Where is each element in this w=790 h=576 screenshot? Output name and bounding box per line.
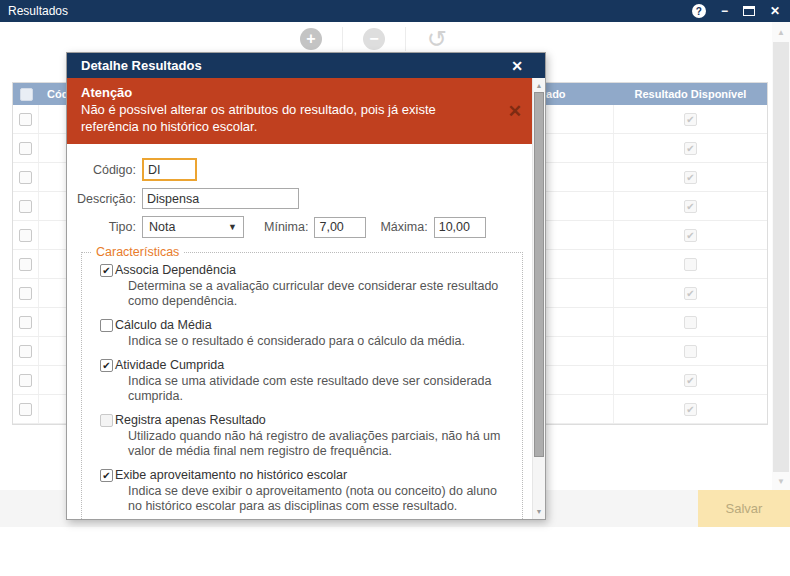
row-disponivel-checkbox — [684, 345, 697, 358]
minima-label: Mínima: — [264, 220, 314, 234]
chevron-down-icon: ▼ — [228, 222, 237, 232]
caracteristica-description: Indica se deve exibir o aproveitamento (… — [128, 484, 514, 514]
main-scrollbar[interactable]: ▲ ▼ — [772, 22, 790, 490]
dialog-scroll-up-icon[interactable]: ▲ — [533, 82, 545, 89]
dialog-scrollbar-thumb[interactable] — [534, 92, 544, 457]
minimize-icon[interactable]: − — [721, 5, 728, 17]
warning-message: Não é possível alterar os atributos do r… — [81, 101, 490, 135]
undo-icon[interactable]: ↺ — [426, 28, 448, 50]
caracteristica-row: ✔Associa Dependência — [100, 263, 514, 277]
remove-button[interactable]: − — [363, 28, 385, 50]
caracteristica-item: ✔Exibe aproveitamento no histórico escol… — [100, 468, 514, 514]
row-disponivel-checkbox: ✔ — [684, 171, 697, 184]
dialog-close-icon[interactable]: ✕ — [511, 58, 545, 74]
row-select-cell — [13, 308, 39, 336]
caracteristicas-legend: Características — [92, 245, 183, 259]
row-select-cell — [13, 366, 39, 394]
titlebar-icons: ? − ✕ — [692, 4, 790, 18]
app-window: Resultados ? − ✕ + − ↺ Código Resultado … — [0, 0, 790, 576]
row-disponivel-cell — [614, 308, 767, 336]
caracteristica-description: Determina se a avaliação curricular deve… — [128, 279, 514, 309]
codigo-label: Código: — [67, 163, 142, 177]
row-select-cell — [13, 105, 39, 133]
row-select-cell — [13, 337, 39, 365]
row-select-checkbox[interactable] — [19, 200, 32, 213]
caracteristica-checkbox[interactable]: ✔ — [100, 264, 113, 277]
caracteristica-row: ✔Atividade Cumprida — [100, 358, 514, 372]
row-select-checkbox[interactable] — [19, 287, 32, 300]
warning-close-icon[interactable]: ✕ — [508, 101, 522, 122]
row-disponivel-cell: ✔ — [614, 163, 767, 191]
caracteristica-row: Registra apenas Resultado — [100, 413, 514, 427]
minima-input[interactable] — [314, 217, 366, 238]
row-select-cell — [13, 163, 39, 191]
row-disponivel-checkbox: ✔ — [684, 229, 697, 242]
detail-form: Código: Descrição: Tipo: Nota ▼ Mínima: … — [67, 144, 545, 238]
maximize-icon[interactable] — [743, 6, 755, 16]
caracteristicas-items: ✔Associa DependênciaDetermina se a avali… — [100, 263, 514, 520]
row-disponivel-checkbox — [684, 258, 697, 271]
add-button[interactable]: + — [300, 28, 322, 50]
caracteristica-description: Indica se uma atividade com este resulta… — [128, 374, 514, 404]
close-icon[interactable]: ✕ — [770, 5, 780, 17]
row-select-checkbox[interactable] — [19, 258, 32, 271]
window-titlebar: Resultados ? − ✕ — [0, 0, 790, 22]
caracteristica-checkbox[interactable]: ✔ — [100, 469, 113, 482]
caracteristica-checkbox[interactable] — [100, 319, 113, 332]
descricao-input[interactable] — [142, 188, 299, 209]
caracteristica-row: Cálculo da Média — [100, 318, 514, 332]
row-select-cell — [13, 192, 39, 220]
dialog-scrollbar[interactable]: ▲ ▼ — [532, 78, 545, 519]
row-disponivel-cell: ✔ — [614, 395, 767, 423]
dialog-header: Detalhe Resultados ✕ — [67, 53, 545, 78]
header-resultado-disponivel[interactable]: Resultado Disponível — [614, 83, 767, 105]
main-scrollbar-thumb[interactable] — [773, 42, 789, 472]
dialog-title: Detalhe Resultados — [67, 58, 511, 73]
warning-title: Atenção — [81, 85, 490, 100]
toolbar-separator — [405, 27, 406, 51]
save-button[interactable]: Salvar — [698, 490, 790, 527]
caracteristica-checkbox[interactable]: ✔ — [100, 359, 113, 372]
row-disponivel-cell — [614, 250, 767, 278]
caracteristicas-fieldset: Características ✔Associa DependênciaDete… — [81, 245, 523, 520]
caracteristica-checkbox[interactable] — [100, 414, 113, 427]
row-select-checkbox[interactable] — [19, 113, 32, 126]
row-disponivel-cell: ✔ — [614, 366, 767, 394]
help-icon[interactable]: ? — [692, 4, 706, 18]
select-all-checkbox[interactable] — [20, 88, 33, 101]
row-select-checkbox[interactable] — [19, 171, 32, 184]
caracteristica-item: ✔Atividade CumpridaIndica se uma ativida… — [100, 358, 514, 404]
tipo-row: Tipo: Nota ▼ Mínima: Máxima: — [67, 216, 545, 238]
window-title: Resultados — [0, 4, 692, 18]
caracteristica-item: Cálculo da MédiaIndica se o resultado é … — [100, 318, 514, 349]
descricao-row: Descrição: — [67, 188, 545, 209]
row-select-cell — [13, 279, 39, 307]
row-disponivel-checkbox: ✔ — [684, 403, 697, 416]
tipo-select[interactable]: Nota ▼ — [142, 216, 244, 238]
row-select-checkbox[interactable] — [19, 142, 32, 155]
row-disponivel-cell: ✔ — [614, 192, 767, 220]
row-select-cell — [13, 395, 39, 423]
caracteristica-description: Indica se o resultado é considerado para… — [128, 334, 514, 349]
row-disponivel-checkbox: ✔ — [684, 287, 697, 300]
maxima-input[interactable] — [434, 217, 486, 238]
caracteristica-label: Atividade Cumprida — [115, 358, 224, 372]
dialog-scroll-down-icon[interactable]: ▼ — [533, 508, 545, 515]
caracteristica-item: Registra apenas ResultadoUtilizado quand… — [100, 413, 514, 459]
row-select-checkbox[interactable] — [19, 316, 32, 329]
caracteristica-label: Cálculo da Média — [115, 318, 212, 332]
row-disponivel-checkbox: ✔ — [684, 374, 697, 387]
codigo-row: Código: — [67, 158, 545, 181]
tipo-label: Tipo: — [67, 220, 142, 234]
scroll-up-icon[interactable]: ▲ — [772, 28, 790, 37]
row-select-checkbox[interactable] — [19, 374, 32, 387]
row-disponivel-cell: ✔ — [614, 105, 767, 133]
descricao-label: Descrição: — [67, 192, 142, 206]
row-select-checkbox[interactable] — [19, 403, 32, 416]
row-select-checkbox[interactable] — [19, 345, 32, 358]
row-select-checkbox[interactable] — [19, 229, 32, 242]
scroll-down-icon[interactable]: ▼ — [772, 477, 790, 486]
detalhe-resultados-dialog: Detalhe Resultados ✕ Atenção Não é possí… — [66, 52, 546, 520]
row-select-cell — [13, 134, 39, 162]
codigo-input[interactable] — [142, 158, 197, 181]
